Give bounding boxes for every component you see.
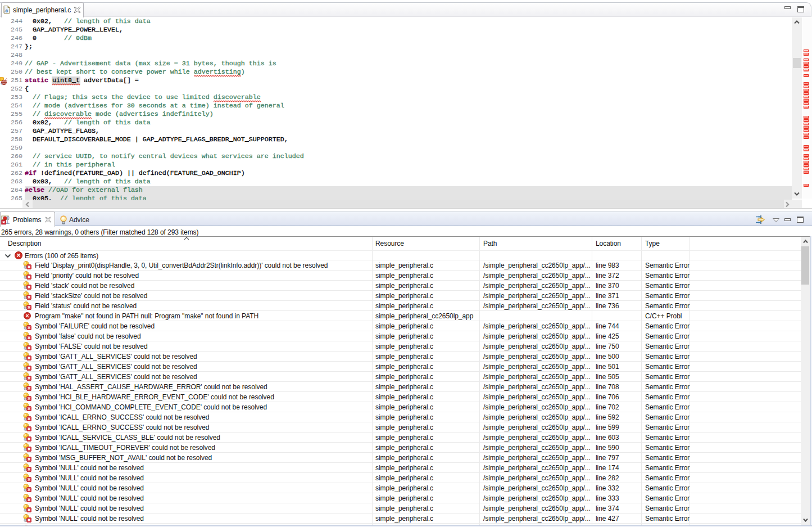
svg-text:.c: .c — [4, 8, 8, 13]
